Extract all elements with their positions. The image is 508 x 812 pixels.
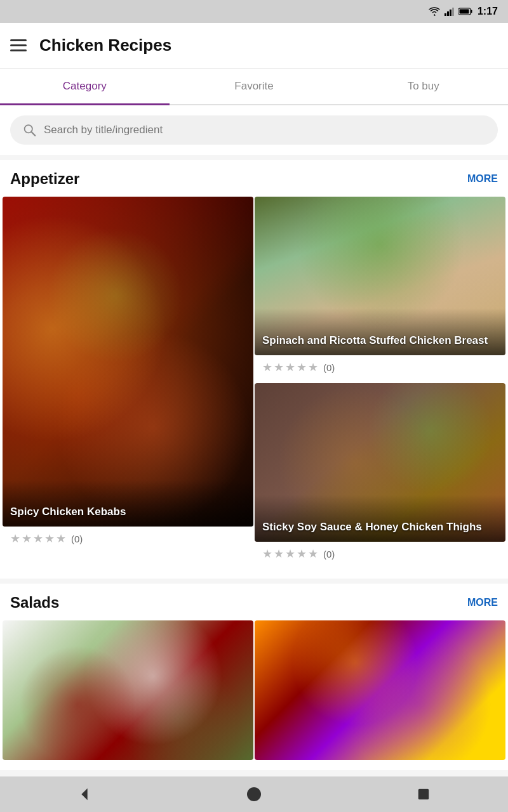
recipe-card-salad1[interactable] (3, 620, 253, 760)
wifi-icon (428, 7, 441, 16)
star1: ★ (10, 532, 20, 546)
stuffed-card-image[interactable]: Spinach and Ricotta Stuffed Chicken Brea… (255, 197, 505, 355)
star5: ★ (308, 547, 318, 561)
app-title: Chicken Recipes (39, 36, 171, 55)
svg-rect-12 (418, 789, 429, 800)
stuffed-stars: ★ ★ ★ ★ ★ (262, 360, 318, 374)
stuffed-rating: ★ ★ ★ ★ ★ (0) (255, 355, 505, 382)
star2: ★ (274, 360, 284, 374)
kebabs-name: Spicy Chicken Kebabs (10, 506, 126, 518)
menu-button[interactable] (10, 39, 27, 51)
search-input[interactable] (44, 124, 485, 136)
soy-name: Sticky Soy Sauce & Honey Chicken Thighs (262, 521, 482, 533)
kebabs-card-image[interactable]: Spicy Chicken Kebabs (3, 197, 253, 527)
battery-icon (458, 8, 472, 15)
star3: ★ (33, 532, 43, 546)
star3: ★ (285, 547, 295, 561)
app-bar: Chicken Recipes (0, 23, 508, 69)
search-box[interactable] (10, 115, 498, 145)
soy-rating: ★ ★ ★ ★ ★ (0) (255, 542, 505, 568)
kebabs-label: Spicy Chicken Kebabs (3, 480, 253, 527)
status-bar: 1:17 (0, 0, 508, 23)
salad1-card-image[interactable] (3, 620, 253, 760)
section-appetizer: Appetizer MORE Spicy Chicken Kebabs ★ ★ … (0, 160, 508, 579)
star4: ★ (44, 532, 55, 546)
tab-favorite[interactable]: Favorite (170, 69, 339, 104)
stuffed-label: Spinach and Ricotta Stuffed Chicken Brea… (255, 308, 505, 355)
recipe-card-soy[interactable]: Sticky Soy Sauce & Honey Chicken Thighs … (255, 383, 505, 568)
star5: ★ (56, 532, 66, 546)
search-icon (23, 123, 36, 137)
status-time: 1:17 (478, 6, 498, 17)
kebabs-rating-count: (0) (71, 534, 83, 544)
soy-stars: ★ ★ ★ ★ ★ (262, 547, 318, 561)
kebabs-stars: ★ ★ ★ ★ ★ (10, 532, 66, 546)
salads-header: Salads MORE (0, 594, 508, 620)
section-salads: Salads MORE (0, 584, 508, 770)
tab-category[interactable]: Category (0, 69, 170, 104)
svg-rect-2 (447, 11, 449, 16)
salad2-image (255, 620, 505, 760)
svg-rect-3 (450, 10, 451, 16)
home-button[interactable] (238, 778, 270, 810)
recipe-card-salad2[interactable] (255, 620, 505, 760)
star2: ★ (274, 547, 284, 561)
recents-icon (417, 787, 431, 801)
signal-icon (444, 7, 455, 16)
right-column-appetizer: Spinach and Ricotta Stuffed Chicken Brea… (255, 197, 505, 568)
tab-to-buy[interactable]: To buy (338, 69, 508, 104)
star3: ★ (285, 360, 295, 374)
star1: ★ (262, 547, 272, 561)
kebabs-image (3, 197, 253, 527)
main-content: Appetizer MORE Spicy Chicken Kebabs ★ ★ … (0, 105, 508, 806)
salads-grid (0, 620, 508, 760)
recents-button[interactable] (408, 778, 439, 810)
appetizer-title: Appetizer (10, 170, 79, 188)
soy-label: Sticky Soy Sauce & Honey Chicken Thighs (255, 495, 505, 542)
search-container (0, 105, 508, 155)
svg-point-11 (247, 787, 261, 801)
stuffed-rating-count: (0) (323, 362, 335, 373)
home-icon (246, 787, 262, 802)
svg-rect-6 (471, 10, 472, 13)
svg-line-9 (32, 132, 36, 136)
star4: ★ (297, 360, 307, 374)
star1: ★ (262, 360, 272, 374)
svg-rect-4 (452, 8, 454, 16)
appetizer-grid: Spicy Chicken Kebabs ★ ★ ★ ★ ★ (0) (0, 197, 508, 568)
soy-card-image[interactable]: Sticky Soy Sauce & Honey Chicken Thighs (255, 383, 505, 542)
salad1-image (3, 620, 253, 760)
soy-rating-count: (0) (323, 549, 335, 560)
stuffed-name: Spinach and Ricotta Stuffed Chicken Brea… (262, 334, 488, 346)
bottom-nav (0, 776, 508, 812)
recipe-card-stuffed[interactable]: Spinach and Ricotta Stuffed Chicken Brea… (255, 197, 505, 382)
svg-rect-0 (434, 14, 434, 16)
tabs-bar: Category Favorite To buy (0, 69, 508, 105)
star4: ★ (297, 547, 307, 561)
salads-more[interactable]: MORE (467, 597, 498, 608)
salads-title: Salads (10, 594, 59, 612)
status-icons (428, 7, 472, 16)
back-icon (76, 785, 93, 803)
back-button[interactable] (69, 778, 100, 810)
appetizer-more[interactable]: MORE (467, 173, 498, 185)
star5: ★ (308, 360, 318, 374)
salad2-card-image[interactable] (255, 620, 505, 760)
appetizer-header: Appetizer MORE (0, 170, 508, 197)
svg-marker-10 (82, 789, 88, 801)
svg-rect-7 (459, 10, 469, 14)
svg-rect-1 (444, 13, 446, 16)
kebabs-rating: ★ ★ ★ ★ ★ (0) (3, 527, 253, 553)
star2: ★ (22, 532, 32, 546)
recipe-card-kebabs[interactable]: Spicy Chicken Kebabs ★ ★ ★ ★ ★ (0) (3, 197, 253, 568)
